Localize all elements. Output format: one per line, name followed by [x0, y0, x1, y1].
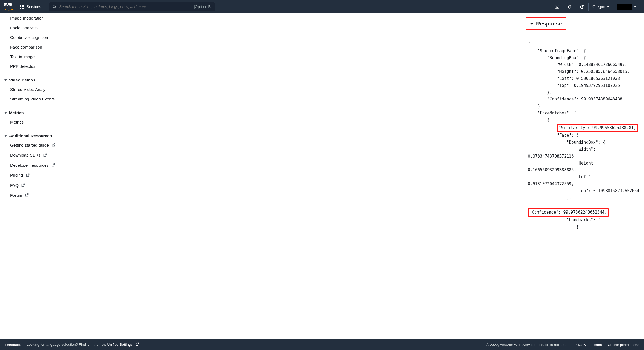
sidebar-item-ppe-detection[interactable]: PPE detection: [4, 62, 83, 71]
similarity-highlight: "Similarity": 99.99653625488281,: [557, 124, 638, 132]
caret-down-icon: [4, 79, 7, 81]
caret-down-icon: [530, 23, 533, 25]
response-header[interactable]: Response: [526, 17, 566, 30]
feedback-link[interactable]: Feedback: [5, 343, 21, 347]
caret-down-icon: [4, 112, 7, 114]
notifications-button[interactable]: [563, 3, 576, 11]
privacy-link[interactable]: Privacy: [574, 343, 586, 347]
top-nav: aws Services [Option+S] Oregon: [0, 0, 644, 13]
sidebar-item-facial-analysis[interactable]: Facial analysis: [4, 23, 83, 33]
sidebar: Image moderation Facial analysis Celebri…: [0, 13, 88, 339]
services-grid-icon: [20, 5, 24, 9]
search-icon: [52, 5, 57, 9]
external-link-icon: [43, 153, 47, 158]
services-label: Services: [27, 5, 41, 9]
unified-settings-link[interactable]: Unified Settings: [107, 342, 139, 347]
cookie-preferences-link[interactable]: Cookie preferences: [608, 343, 639, 347]
cloudshell-icon: [555, 4, 559, 9]
external-link-icon: [26, 173, 30, 178]
sidebar-header-metrics[interactable]: Metrics: [4, 104, 83, 117]
terms-link[interactable]: Terms: [592, 343, 602, 347]
sidebar-item-download-sdks[interactable]: Download SDKs: [4, 150, 83, 160]
sidebar-item-celebrity-recognition[interactable]: Celebrity recognition: [4, 33, 83, 42]
sidebar-item-faq[interactable]: FAQ: [4, 181, 83, 191]
sidebar-item-face-comparison[interactable]: Face comparison: [4, 42, 83, 52]
bell-icon: [567, 4, 572, 9]
external-link-icon: [21, 183, 25, 188]
sidebar-item-stored-video-analysis[interactable]: Stored Video Analysis: [4, 85, 83, 94]
aws-logo-text: aws: [4, 2, 13, 7]
svg-line-1: [55, 7, 56, 8]
response-panel: Response { "SourceImageFace": { "Boundin…: [522, 13, 644, 339]
search-bar[interactable]: [Option+S]: [49, 2, 215, 11]
response-json: { "SourceImageFace": { "BoundingBox": { …: [522, 36, 644, 339]
confidence-highlight: "Confidence": 99.97862243652344,: [528, 208, 609, 217]
external-link-icon: [52, 143, 56, 148]
services-menu[interactable]: Services: [20, 3, 45, 11]
sidebar-item-developer-resources[interactable]: Developer resources: [4, 161, 83, 170]
search-input[interactable]: [59, 5, 191, 9]
sidebar-item-forum[interactable]: Forum: [4, 191, 83, 200]
sidebar-item-text-in-image[interactable]: Text in image: [4, 52, 83, 62]
sidebar-item-getting-started[interactable]: Getting started guide: [4, 140, 83, 150]
region-selector[interactable]: Oregon: [588, 3, 613, 11]
account-menu[interactable]: [613, 3, 640, 11]
external-link-icon: [135, 342, 139, 347]
sidebar-item-metrics[interactable]: Metrics: [4, 117, 83, 127]
region-label: Oregon: [592, 5, 605, 9]
footer: Feedback Looking for language selection?…: [0, 339, 644, 350]
svg-point-0: [53, 5, 55, 8]
sidebar-item-pricing[interactable]: Pricing: [4, 170, 83, 180]
search-shortcut-hint: [Option+S]: [194, 5, 212, 9]
copyright-text: © 2022, Amazon Web Services, Inc. or its…: [486, 343, 568, 347]
aws-logo[interactable]: aws: [4, 3, 16, 11]
caret-down-icon: [607, 6, 609, 8]
help-button[interactable]: [576, 3, 588, 11]
language-hint: Looking for language selection? Find it …: [27, 342, 139, 347]
sidebar-header-video-demos[interactable]: Video Demos: [4, 71, 83, 85]
sidebar-item-streaming-video-events[interactable]: Streaming Video Events: [4, 94, 83, 104]
external-link-icon: [25, 193, 29, 198]
help-icon: [580, 4, 585, 9]
sidebar-item-image-moderation[interactable]: Image moderation: [4, 13, 83, 23]
sidebar-header-additional-resources[interactable]: Additional Resources: [4, 127, 83, 140]
caret-down-icon: [4, 135, 7, 137]
response-title: Response: [536, 21, 562, 27]
caret-down-icon: [634, 6, 636, 8]
external-link-icon: [51, 163, 55, 168]
aws-smile-icon: [4, 8, 13, 11]
svg-point-5: [582, 8, 583, 8]
cloudshell-button[interactable]: [551, 3, 563, 11]
account-redacted: [617, 4, 632, 10]
main-content: [88, 13, 522, 339]
